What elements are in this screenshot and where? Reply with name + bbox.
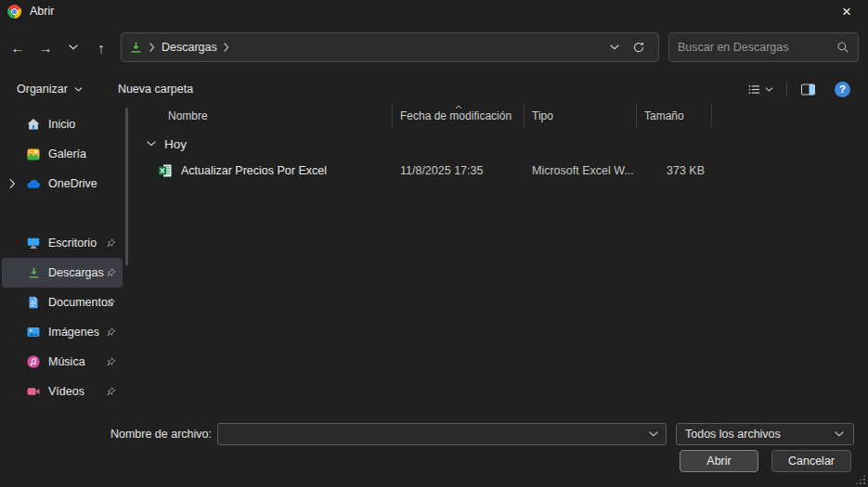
filetype-selected-value: Todos los archivos bbox=[685, 428, 831, 441]
sidebar-item-label: OneDrive bbox=[48, 177, 97, 190]
filename-row: Nombre de archivo: Todos los archivos bbox=[0, 422, 868, 446]
sidebar-item-galeria[interactable]: Galería bbox=[2, 139, 123, 169]
breadcrumb-location[interactable]: Descargas bbox=[162, 41, 217, 54]
address-dropdown-button[interactable] bbox=[602, 35, 627, 59]
refresh-icon bbox=[632, 41, 645, 54]
toolbar-right-group: ? bbox=[743, 77, 855, 101]
downloads-icon bbox=[26, 265, 41, 280]
up-button[interactable]: ↑ bbox=[87, 33, 115, 61]
close-button[interactable]: × bbox=[825, 0, 868, 22]
column-label: Tipo bbox=[532, 109, 553, 122]
dialog-title: Abrir bbox=[30, 5, 54, 18]
navigation-bar: ← → ↑ Descargas bbox=[0, 22, 868, 72]
chevron-down-icon bbox=[69, 45, 78, 50]
chevron-down-icon bbox=[765, 87, 773, 92]
column-label: Nombre bbox=[168, 109, 208, 122]
column-header-tipo[interactable]: Tipo bbox=[525, 104, 637, 128]
sidebar-item-documentos[interactable]: Documentos bbox=[2, 288, 123, 317]
chevron-right-icon[interactable] bbox=[9, 179, 16, 189]
file-name: Actualizar Precios Por Excel bbox=[181, 164, 327, 177]
refresh-button[interactable] bbox=[627, 35, 651, 59]
sidebar-item-escritorio[interactable]: Escritorio bbox=[2, 228, 123, 258]
sidebar-item-label: Música bbox=[48, 355, 85, 368]
pictures-icon bbox=[26, 325, 41, 340]
pin-icon bbox=[106, 268, 116, 278]
sidebar-item-onedrive[interactable]: OneDrive bbox=[2, 169, 123, 199]
sidebar-item-videos[interactable]: Vídeos bbox=[2, 377, 123, 406]
filename-input[interactable] bbox=[224, 424, 645, 444]
sidebar-item-inicio[interactable]: Inicio bbox=[2, 109, 123, 139]
new-folder-button[interactable]: Nueva carpeta bbox=[110, 76, 201, 102]
music-icon bbox=[26, 354, 41, 369]
home-icon bbox=[26, 117, 41, 132]
sidebar-item-label: Escritorio bbox=[48, 237, 97, 250]
sidebar-item-label: Inicio bbox=[48, 118, 75, 131]
chrome-icon bbox=[7, 5, 21, 19]
chevron-right-icon bbox=[149, 43, 155, 52]
sort-ascending-icon bbox=[455, 105, 462, 109]
titlebar: Abrir × bbox=[0, 0, 868, 22]
sidebar-item-label: Documentos bbox=[48, 296, 113, 309]
change-view-button[interactable] bbox=[743, 77, 778, 101]
column-header-fecha[interactable]: Fecha de modificación bbox=[393, 104, 525, 128]
help-button[interactable]: ? bbox=[830, 77, 855, 101]
open-file-dialog: Abrir × ← → ↑ Descargas bbox=[0, 0, 868, 487]
file-name-cell[interactable]: Actualizar Precios Por Excel bbox=[130, 163, 393, 178]
dialog-footer: Nombre de archivo: Todos los archivos Ab… bbox=[0, 415, 868, 487]
file-type-cell: Microsoft Excel W... bbox=[525, 164, 637, 177]
onedrive-icon bbox=[26, 176, 41, 191]
sidebar-item-label: Vídeos bbox=[48, 385, 84, 398]
chevron-down-icon[interactable] bbox=[645, 431, 662, 437]
new-folder-label: Nueva carpeta bbox=[118, 83, 193, 96]
filename-label: Nombre de archivo: bbox=[0, 428, 212, 441]
organize-button[interactable]: Organizar bbox=[9, 76, 90, 102]
videos-icon bbox=[26, 384, 41, 399]
pin-icon bbox=[106, 327, 116, 338]
scrollbar-thumb[interactable] bbox=[125, 108, 128, 265]
column-headers: Nombre Fecha de modificación Tipo Tamaño bbox=[130, 104, 868, 128]
sidebar-item-imagenes[interactable]: Imágenes bbox=[2, 317, 123, 347]
navigation-pane: Inicio Galería OneDrive bbox=[0, 104, 124, 415]
details-view-icon bbox=[747, 83, 761, 96]
chevron-down-icon[interactable] bbox=[831, 431, 848, 437]
sidebar-item-label: Descargas bbox=[48, 266, 104, 279]
sidebar-item-musica[interactable]: Música bbox=[2, 347, 123, 377]
filetype-dropdown[interactable]: Todos los archivos bbox=[676, 423, 854, 445]
excel-file-icon bbox=[158, 163, 173, 178]
pin-icon bbox=[106, 238, 116, 249]
search-input[interactable] bbox=[678, 41, 836, 54]
preview-pane-icon bbox=[800, 82, 816, 97]
chevron-down-icon[interactable] bbox=[147, 141, 156, 147]
chevron-down-icon bbox=[610, 45, 619, 50]
chevron-down-icon bbox=[74, 87, 83, 92]
back-button[interactable]: ← bbox=[4, 33, 32, 61]
filename-combobox[interactable] bbox=[217, 423, 667, 445]
resize-grip[interactable] bbox=[855, 474, 866, 485]
column-header-nombre[interactable]: Nombre bbox=[130, 104, 393, 128]
help-icon: ? bbox=[835, 82, 850, 97]
file-row[interactable]: Actualizar Precios Por Excel 11/8/2025 1… bbox=[130, 158, 868, 184]
organize-label: Organizar bbox=[17, 83, 68, 96]
open-button[interactable]: Abrir bbox=[680, 450, 758, 472]
pin-icon bbox=[106, 357, 116, 367]
search-box[interactable] bbox=[668, 32, 859, 62]
search-icon[interactable] bbox=[836, 41, 849, 54]
group-header-hoy[interactable]: Hoy bbox=[130, 130, 868, 158]
column-header-tamano[interactable]: Tamaño bbox=[637, 104, 712, 128]
main-area: Inicio Galería OneDrive bbox=[0, 104, 868, 415]
documents-icon bbox=[26, 295, 41, 310]
sidebar-item-descargas[interactable]: Descargas bbox=[2, 258, 123, 288]
group-label: Hoy bbox=[164, 137, 187, 151]
recent-locations-button[interactable] bbox=[59, 33, 87, 61]
cancel-button[interactable]: Cancelar bbox=[771, 450, 851, 472]
pin-icon bbox=[106, 387, 116, 397]
forward-button[interactable]: → bbox=[32, 33, 59, 61]
pin-icon bbox=[106, 298, 116, 308]
gallery-icon bbox=[26, 147, 41, 161]
address-bar[interactable]: Descargas bbox=[121, 32, 659, 62]
desktop-icon bbox=[26, 236, 41, 250]
chevron-right-icon[interactable] bbox=[224, 43, 229, 52]
preview-pane-button[interactable] bbox=[796, 77, 821, 101]
sidebar-item-label: Imágenes bbox=[48, 326, 99, 339]
downloads-icon bbox=[129, 41, 143, 55]
